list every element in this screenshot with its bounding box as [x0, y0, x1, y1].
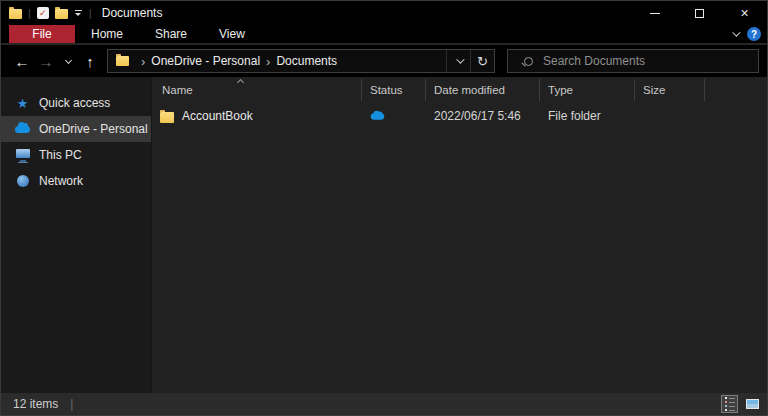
tab-home[interactable]: Home: [75, 25, 139, 43]
breadcrumb-chevron-icon: ›: [260, 55, 276, 68]
tab-view[interactable]: View: [203, 25, 261, 43]
breadcrumb-onedrive[interactable]: OneDrive - Personal: [151, 54, 260, 68]
titlebar: | ✓ | Documents ×: [1, 1, 767, 25]
folder-icon[interactable]: [55, 9, 68, 19]
file-row[interactable]: AccountBook 2022/06/17 5:46 File folder: [152, 104, 767, 128]
up-button[interactable]: ↑: [79, 54, 101, 69]
large-icons-view-button[interactable]: [744, 395, 761, 413]
maximize-icon: [695, 9, 704, 18]
file-date-modified: 2022/06/17 5:46: [426, 109, 540, 123]
ribbon-right-controls: ?: [732, 25, 767, 43]
navigation-bar: ← → ↑ › OneDrive - Personal › Documents …: [1, 45, 767, 77]
ribbon-tab-row: File Home Share View ?: [1, 25, 767, 45]
sidebar-item-quick-access[interactable]: ★ Quick access: [1, 90, 151, 116]
customize-toolbar-chevron-icon[interactable]: [74, 10, 83, 16]
column-header-filler: [705, 79, 767, 101]
monitor-icon: [16, 149, 30, 158]
separator: |: [89, 7, 92, 19]
window-controls: ×: [632, 1, 767, 25]
column-header-size[interactable]: Size: [635, 79, 705, 101]
search-icon: [524, 57, 533, 66]
thumbnail-view-icon: [746, 399, 759, 409]
column-header-name[interactable]: Name: [152, 79, 362, 101]
sidebar-item-label: This PC: [39, 148, 82, 162]
separator: |: [70, 397, 73, 411]
folder-icon: [9, 9, 22, 19]
search-box[interactable]: [507, 49, 759, 73]
folder-icon: [116, 56, 129, 66]
sidebar-item-this-pc[interactable]: This PC: [1, 142, 151, 168]
network-icon: [17, 175, 29, 187]
details-view-button[interactable]: [721, 395, 738, 413]
file-name: AccountBook: [182, 109, 253, 123]
sidebar-item-onedrive[interactable]: OneDrive - Personal: [1, 116, 151, 142]
star-icon: ★: [17, 97, 29, 110]
navigation-pane: ★ Quick access OneDrive - Personal This …: [1, 77, 151, 393]
quick-access-toolbar: | ✓ | Documents: [1, 6, 162, 20]
main-area: ★ Quick access OneDrive - Personal This …: [1, 77, 767, 393]
details-view-icon: [725, 397, 735, 412]
address-dropdown-button[interactable]: [446, 50, 470, 72]
folder-icon: [160, 112, 174, 123]
column-header-status[interactable]: Status: [362, 79, 426, 101]
sidebar-item-label: OneDrive - Personal: [39, 122, 148, 136]
status-bar: 12 items |: [1, 393, 767, 415]
window-title: Documents: [102, 6, 163, 20]
properties-check-icon[interactable]: ✓: [37, 7, 49, 19]
separator: |: [28, 7, 31, 19]
onedrive-cloud-icon: [15, 126, 30, 133]
minimize-icon: [650, 13, 660, 14]
refresh-icon: ↻: [477, 55, 488, 68]
explorer-window: | ✓ | Documents × File Home Share View ?…: [0, 0, 768, 416]
file-list-pane: Name Status Date modified Type Size Acco…: [151, 77, 767, 393]
sidebar-item-label: Quick access: [39, 96, 110, 110]
column-header-date-modified[interactable]: Date modified: [426, 79, 540, 101]
onedrive-status-cloud-icon: [371, 113, 385, 119]
breadcrumb-documents[interactable]: Documents: [276, 54, 337, 68]
forward-button[interactable]: →: [35, 54, 57, 69]
minimize-button[interactable]: [632, 1, 677, 25]
refresh-button[interactable]: ↻: [470, 50, 494, 72]
tab-file[interactable]: File: [9, 25, 75, 43]
close-button[interactable]: ×: [722, 1, 767, 25]
back-button[interactable]: ←: [11, 54, 33, 69]
address-bar[interactable]: › OneDrive - Personal › Documents ↻: [107, 49, 495, 73]
column-header-type[interactable]: Type: [540, 79, 635, 101]
items-count: 12 items: [13, 397, 58, 411]
close-icon: ×: [740, 6, 748, 20]
expand-ribbon-chevron-icon[interactable]: [732, 28, 740, 36]
sidebar-item-network[interactable]: Network: [1, 168, 151, 194]
column-headers: Name Status Date modified Type Size: [152, 79, 767, 101]
file-type: File folder: [540, 109, 635, 123]
chevron-down-icon: [456, 55, 464, 63]
breadcrumb-chevron-icon: ›: [135, 55, 151, 68]
search-input[interactable]: [543, 54, 752, 68]
view-toggle-buttons: [721, 395, 761, 413]
tab-share[interactable]: Share: [139, 25, 203, 43]
help-icon[interactable]: ?: [747, 27, 761, 41]
sidebar-item-label: Network: [39, 174, 83, 188]
recent-locations-chevron-icon[interactable]: [59, 60, 77, 63]
maximize-button[interactable]: [677, 1, 722, 25]
